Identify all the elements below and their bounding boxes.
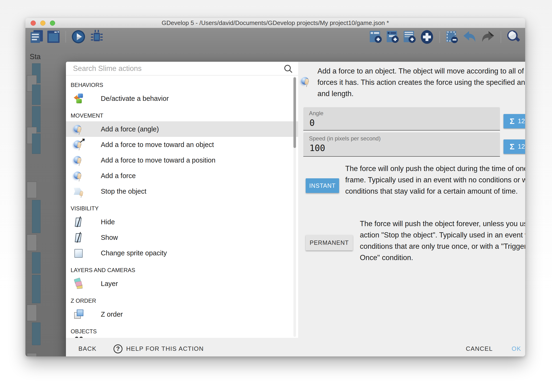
window-titlebar: GDevelop 5 - /Users/david/Documents/GDev… <box>25 18 525 28</box>
action-item-label: Stop the object <box>101 188 146 195</box>
action-config-panel: Add a force to an object. The object wil… <box>298 62 525 338</box>
event-sheet-sliver <box>25 61 41 357</box>
action-section-header: OBJECTS <box>66 322 298 337</box>
desktop-background: GDevelop 5 - /Users/david/Documents/GDev… <box>0 0 552 392</box>
scene-tab-fragment[interactable]: Sta <box>30 53 41 61</box>
force-icon <box>74 155 84 166</box>
stop-icon <box>74 186 84 197</box>
toolbar-right <box>369 29 521 44</box>
objects-icon <box>74 336 84 338</box>
window-title: GDevelop 5 - /Users/david/Documents/GDev… <box>162 19 389 27</box>
toolbar-left <box>30 29 104 44</box>
action-list-item[interactable]: Z order <box>66 307 298 322</box>
help-link[interactable]: ? HELP FOR THIS ACTION <box>113 344 204 353</box>
redo-icon[interactable] <box>480 30 496 44</box>
speed-field-box: Speed (in pixels per second) <box>303 132 500 157</box>
visib-icon <box>74 217 84 227</box>
start-page-icon[interactable] <box>47 30 60 44</box>
action-item-label: Layer <box>101 280 118 288</box>
permanent-description: The force will push the object forever, … <box>360 218 525 263</box>
permanent-button[interactable]: PERMANENT <box>306 235 353 250</box>
delete-selection-icon[interactable] <box>445 30 459 44</box>
play-preview-icon[interactable] <box>71 29 86 44</box>
speed-field-input[interactable] <box>309 143 493 153</box>
action-item-label: Show <box>101 234 118 241</box>
action-item-label: Change sprite opacity <box>101 249 167 257</box>
force-icon <box>74 170 84 181</box>
action-section-header: Z ORDER <box>66 291 298 307</box>
search-input[interactable] <box>73 63 275 74</box>
action-list-item[interactable]: Show <box>66 230 298 245</box>
action-list-item[interactable] <box>66 336 298 338</box>
debug-icon[interactable] <box>89 29 104 44</box>
angle-field-input[interactable] <box>309 118 493 128</box>
action-item-label: De/activate a behavior <box>101 95 169 103</box>
add-new-icon[interactable] <box>420 30 434 44</box>
action-item-label: Add a force to move toward an object <box>101 141 214 149</box>
action-section-header: LAYERS AND CAMERAS <box>66 261 298 276</box>
action-section-header: VISIBILITY <box>66 199 298 214</box>
back-button[interactable]: BACK <box>78 345 97 352</box>
add-comment-icon[interactable] <box>403 30 416 44</box>
action-list-item[interactable]: De/activate a behavior <box>66 91 298 106</box>
search-row <box>66 62 298 75</box>
close-window-button[interactable] <box>31 21 36 26</box>
toolbar-separator <box>501 31 501 43</box>
action-list-item[interactable]: Hide <box>66 214 298 230</box>
instant-description: The force will only push the object duri… <box>345 163 525 197</box>
force-icon <box>74 139 84 150</box>
ok-button[interactable]: OK <box>511 345 521 352</box>
traffic-lights <box>31 21 55 26</box>
action-description: Add a force to an object. The object wil… <box>317 65 525 99</box>
action-item-label: Add a force <box>101 172 136 180</box>
list-scrollbar-thumb[interactable] <box>293 77 296 148</box>
visib-icon <box>74 232 84 243</box>
angle-field-box: Angle <box>303 107 500 131</box>
layer-icon <box>74 278 84 289</box>
list-scrollbar-track[interactable] <box>293 76 296 337</box>
sigma-icon: Σ <box>510 117 514 126</box>
speed-expression-button[interactable]: Σ 123 <box>504 140 525 154</box>
action-list-item[interactable]: Add a force (angle) <box>66 121 298 137</box>
help-icon: ? <box>113 344 123 353</box>
toolbar-separator <box>65 31 66 43</box>
toolbar-separator <box>439 31 440 43</box>
action-list-item[interactable]: Layer <box>66 276 298 291</box>
speed-field-label: Speed (in pixels per second) <box>309 135 500 142</box>
opacity-icon <box>74 248 84 259</box>
add-subevent-icon[interactable] <box>386 30 399 44</box>
undo-icon[interactable] <box>462 30 477 44</box>
action-list-item[interactable]: Add a force <box>66 168 298 183</box>
action-item-label: Hide <box>101 218 115 226</box>
action-list-item[interactable]: Add a force to move toward a position <box>66 152 298 168</box>
sigma-icon: Σ <box>510 142 514 151</box>
action-list: BEHAVIORSDe/activate a behaviorMOVEMENTA… <box>66 76 298 338</box>
cancel-button[interactable]: CANCEL <box>466 345 493 352</box>
project-manager-icon[interactable] <box>30 30 43 44</box>
search-icon <box>283 64 293 73</box>
zoom-window-button[interactable] <box>50 21 55 26</box>
force-icon <box>74 124 84 134</box>
angle-field-label: Angle <box>309 110 500 117</box>
action-chooser-dialog: BEHAVIORSDe/activate a behaviorMOVEMENTA… <box>66 62 525 357</box>
help-label: HELP FOR THIS ACTION <box>126 345 204 352</box>
angle-expression-button[interactable]: Σ 123 <box>504 114 525 128</box>
action-item-label: Add a force to move toward a position <box>101 156 215 164</box>
force-action-icon <box>301 76 312 87</box>
action-list-panel: BEHAVIORSDe/activate a behaviorMOVEMENTA… <box>66 62 298 338</box>
instant-button[interactable]: INSTANT <box>306 178 339 193</box>
add-event-icon[interactable] <box>369 30 382 44</box>
minimize-window-button[interactable] <box>40 21 45 26</box>
action-section-header: BEHAVIORS <box>66 76 298 91</box>
search-events-icon[interactable] <box>506 29 521 44</box>
action-item-label: Z order <box>101 310 123 318</box>
action-list-item[interactable]: Change sprite opacity <box>66 245 298 261</box>
action-list-item[interactable]: Add a force to move toward an object <box>66 137 298 152</box>
numbers-icon: 123 <box>518 143 525 150</box>
behavior-icon <box>74 93 84 104</box>
action-section-header: MOVEMENT <box>66 106 298 121</box>
dialog-footer: BACK ? HELP FOR THIS ACTION CANCEL OK <box>66 338 525 357</box>
action-list-item[interactable]: Stop the object <box>66 183 298 199</box>
numbers-icon: 123 <box>518 118 525 125</box>
action-item-label: Add a force (angle) <box>101 125 159 133</box>
